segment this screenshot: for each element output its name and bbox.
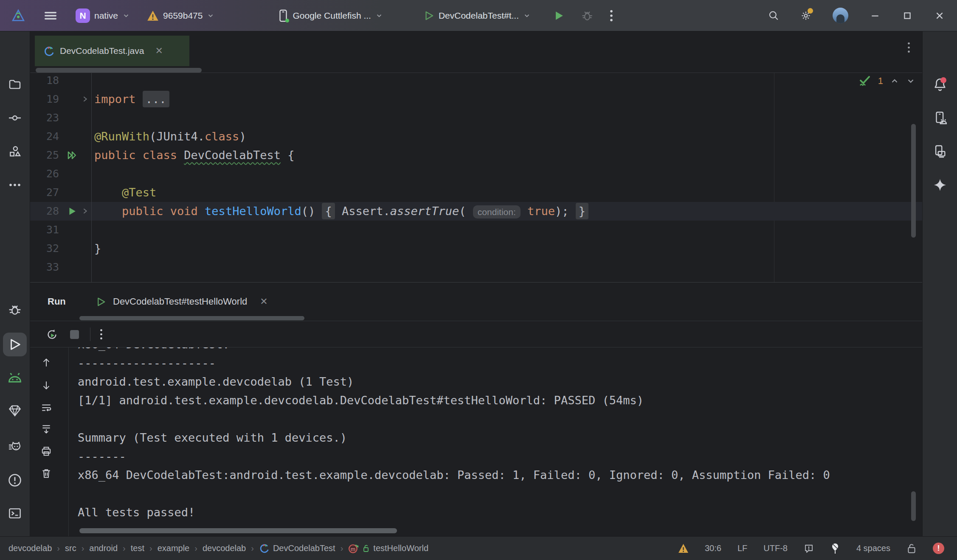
gutter[interactable] [62,146,94,165]
fold-chevron-icon[interactable] [82,95,89,103]
device-manager-button[interactable] [932,110,948,126]
editor-tab[interactable]: DevCodelabTest.java ✕ [35,36,189,66]
breadcrumb-item[interactable]: src [65,543,76,553]
app-quality-insights-tool-button[interactable] [7,403,23,418]
project-widget[interactable]: N native [76,8,130,23]
gutter[interactable] [62,221,94,239]
tab-strip-scrollbar[interactable] [36,68,202,73]
notifications-button[interactable] [932,77,948,92]
structure-tool-button[interactable] [7,144,23,159]
console-line: [1/1] android.test.example.devcodelab.De… [78,391,884,410]
clear-console-button[interactable] [41,468,52,479]
breadcrumb-item[interactable]: test [131,543,144,553]
run-class-gutter-icon[interactable] [67,150,78,161]
kebab-icon [610,9,613,22]
gutter[interactable] [62,258,94,277]
highlight-level-widget[interactable] [830,543,840,554]
project-tool-button[interactable] [7,77,23,92]
line-separator[interactable]: LF [737,543,747,553]
window-close-button[interactable] [934,10,945,21]
settings-button[interactable] [800,10,811,21]
code-line[interactable]: 26 [30,165,922,183]
more-actions-button[interactable] [610,9,613,22]
breadcrumb-item[interactable]: devcodelab [203,543,246,553]
next-issue-chevron-icon[interactable] [906,76,915,86]
run-tab-close-icon[interactable]: ✕ [260,296,267,307]
debug-tool-button[interactable] [7,302,23,317]
profile-avatar[interactable] [833,8,848,23]
run-configuration-selector[interactable]: DevCodelabTest#t... [423,10,531,21]
code-line[interactable]: 19import ... [30,90,922,109]
console-vscrollbar[interactable] [911,491,916,521]
window-maximize-button[interactable] [902,10,913,21]
prev-issue-chevron-icon[interactable] [890,76,899,86]
analysis-warning-widget[interactable] [678,543,689,553]
code-editor[interactable]: 1819import ...2324@RunWith(JUnit4.class)… [30,73,922,282]
run-tool-button[interactable] [7,337,23,352]
gutter[interactable] [62,73,94,90]
search-everywhere-button[interactable] [768,10,779,21]
breadcrumb-item[interactable]: example [158,543,190,553]
breadcrumb-item[interactable]: mtestHelloWorld [348,543,428,554]
gutter[interactable] [62,183,94,202]
device-selector[interactable]: Google Cuttlefish ... [278,9,383,22]
main-menu-button[interactable] [44,11,57,21]
error-notification-badge[interactable]: ! [933,543,944,554]
breadcrumb-item[interactable]: android [89,543,118,553]
vcs-widget[interactable]: 9659b475 [147,10,214,21]
gutter[interactable] [62,239,94,258]
run-more-options-button[interactable] [100,328,103,340]
editor-scrollbar[interactable] [911,124,916,238]
gutter[interactable] [62,90,94,109]
more-tool-windows-button[interactable] [7,177,23,193]
gutter[interactable] [62,109,94,127]
code-text: import ... [94,90,169,109]
code-line[interactable]: 23 [30,109,922,127]
breadcrumb-item[interactable]: devcodelab [8,543,52,553]
scroll-to-end-button[interactable] [41,424,52,435]
gutter[interactable] [62,165,94,183]
debug-button[interactable] [581,10,594,22]
run-button[interactable] [553,10,565,22]
scroll-down-button[interactable] [41,380,52,391]
problems-tool-button[interactable] [7,473,23,488]
rerun-button[interactable] [46,329,58,340]
gutter[interactable] [62,202,94,221]
print-button[interactable] [41,446,52,457]
breadcrumb-item[interactable]: DevCodelabTest [259,543,335,554]
file-lock-widget[interactable] [906,543,917,554]
scroll-up-button[interactable] [41,357,52,368]
caret-position[interactable]: 30:6 [705,543,721,553]
line-number: 24 [30,127,62,146]
editor-options-button[interactable] [907,42,910,53]
gutter[interactable] [62,127,94,146]
logcat-tool-button[interactable] [7,440,23,455]
device-explorer-button[interactable] [932,144,948,159]
code-line[interactable]: 33 [30,258,922,277]
code-line[interactable]: 25public class DevCodelabTest { [30,146,922,165]
terminal-tool-button[interactable] [7,506,23,521]
window-minimize-button[interactable] [870,10,881,21]
indent-setting[interactable]: 4 spaces [856,543,890,553]
code-line[interactable]: 32} [30,239,922,258]
console-hscrollbar[interactable] [79,528,397,533]
stop-button[interactable] [70,330,79,339]
todo-widget[interactable] [804,543,814,554]
gemini-button[interactable] [932,177,948,193]
code-line[interactable]: 28 public void testHelloWorld() { Assert… [30,202,922,221]
run-result-tab[interactable]: DevCodelabTest#testHelloWorld ✕ [79,283,304,321]
run-test-gutter-icon[interactable] [67,206,78,217]
file-encoding[interactable]: UTF-8 [763,543,788,553]
fold-chevron-icon[interactable] [82,207,89,215]
soft-wrap-button[interactable] [41,402,52,413]
running-devices-tool-button[interactable] [7,370,23,386]
commit-tool-button[interactable] [7,110,23,126]
console-line: x86_64 DevCodelabTest: [78,347,884,354]
code-line[interactable]: 31 [30,221,922,239]
code-line[interactable]: 27 @Test [30,183,922,202]
tab-close-icon[interactable]: ✕ [155,45,163,56]
console-output[interactable]: x86_64 DevCodelabTest:------------------… [78,347,884,537]
code-line[interactable]: 24@RunWith(JUnit4.class) [30,127,922,146]
inspections-widget[interactable]: 1 [858,75,915,87]
code-line[interactable]: 18 [30,73,922,90]
